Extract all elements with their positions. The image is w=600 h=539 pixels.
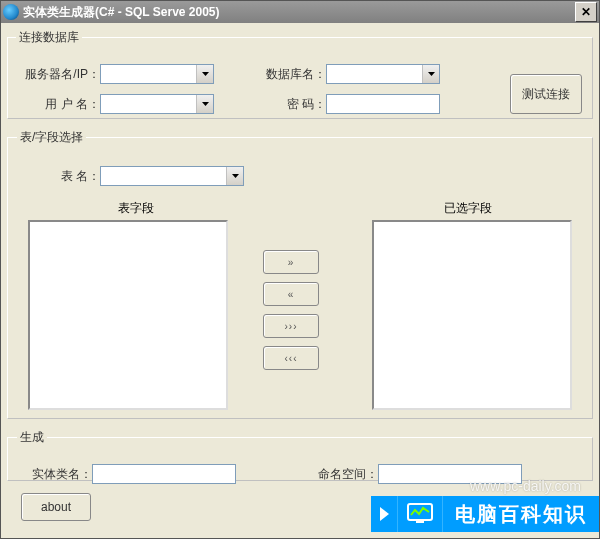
user-value [101, 95, 196, 113]
dropdown-icon [422, 65, 439, 83]
user-label: 用 户 名： [22, 96, 100, 113]
dropdown-icon [226, 167, 243, 185]
namespace-label: 命名空间： [308, 466, 378, 483]
title-bar: 实体类生成器(C# - SQL Serve 2005) ✕ [1, 1, 599, 23]
close-icon: ✕ [581, 5, 591, 19]
test-connection-label: 测试连接 [522, 86, 570, 103]
move-one-left-button[interactable]: « [263, 282, 319, 306]
right-list-header: 已选字段 [444, 200, 492, 217]
table-combo[interactable] [100, 166, 244, 186]
table-value [101, 167, 226, 185]
svg-marker-3 [232, 174, 239, 178]
group-generate-legend: 生成 [17, 429, 47, 446]
move-one-right-button[interactable]: ››› [263, 314, 319, 338]
close-button[interactable]: ✕ [575, 2, 597, 22]
server-label: 服务器名/IP： [22, 66, 100, 83]
svg-marker-2 [202, 102, 209, 106]
server-value [101, 65, 196, 83]
svg-rect-5 [416, 521, 424, 523]
group-connection: 连接数据库 服务器名/IP： 数据库名： 用 户 名： [7, 29, 593, 119]
app-icon [3, 4, 19, 20]
svg-marker-1 [428, 72, 435, 76]
entity-name-input[interactable] [92, 464, 236, 484]
server-combo[interactable] [100, 64, 214, 84]
dropdown-icon [196, 95, 213, 113]
entity-name-label: 实体类名： [22, 466, 92, 483]
site-badge: 电脑百科知识 [371, 496, 599, 532]
badge-monitor-icon [398, 496, 443, 532]
window-title: 实体类生成器(C# - SQL Serve 2005) [23, 4, 575, 21]
group-connection-legend: 连接数据库 [16, 29, 82, 46]
password-input[interactable] [326, 94, 440, 114]
left-list-header: 表字段 [118, 200, 154, 217]
group-tables: 表/字段选择 表 名： 表字段 已选字段 » « ››› ‹‹‹ [7, 129, 593, 419]
table-name-label: 表 名： [22, 168, 100, 185]
test-connection-button[interactable]: 测试连接 [510, 74, 582, 114]
password-label: 密 码： [258, 96, 326, 113]
move-all-right-button[interactable]: » [263, 250, 319, 274]
group-tables-legend: 表/字段选择 [17, 129, 86, 146]
database-label: 数据库名： [258, 66, 326, 83]
database-combo[interactable] [326, 64, 440, 84]
dropdown-icon [196, 65, 213, 83]
database-value [327, 65, 422, 83]
user-combo[interactable] [100, 94, 214, 114]
badge-text: 电脑百科知识 [443, 496, 599, 532]
available-fields-list[interactable] [28, 220, 228, 410]
badge-arrow-icon [371, 496, 398, 532]
client-area: 连接数据库 服务器名/IP： 数据库名： 用 户 名： [7, 29, 593, 528]
about-button[interactable]: about [21, 493, 91, 521]
move-all-left-button[interactable]: ‹‹‹ [263, 346, 319, 370]
namespace-input[interactable] [378, 464, 522, 484]
group-generate: 生成 实体类名： 命名空间： [7, 429, 593, 481]
selected-fields-list[interactable] [372, 220, 572, 410]
app-window: 实体类生成器(C# - SQL Serve 2005) ✕ 连接数据库 服务器名… [0, 0, 600, 539]
svg-marker-0 [202, 72, 209, 76]
about-label: about [41, 500, 71, 514]
move-buttons: » « ››› ‹‹‹ [263, 246, 319, 374]
